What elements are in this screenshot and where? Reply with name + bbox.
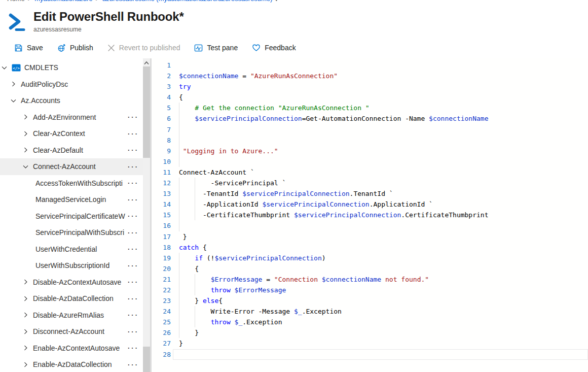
code-content[interactable]: } — [173, 338, 588, 349]
tree-item-clear-azcontext[interactable]: Clear-AzContext··· — [0, 125, 143, 142]
code-content[interactable]: -ServicePrincipal ` — [173, 178, 588, 188]
code-token: = — [238, 72, 250, 80]
ellipsis-menu-button[interactable]: ··· — [127, 328, 143, 335]
ellipsis-menu-button[interactable]: ··· — [127, 278, 143, 286]
code-content[interactable] — [173, 156, 588, 167]
ellipsis-menu-button[interactable]: ··· — [127, 361, 143, 368]
code-content[interactable]: # Get the connection "AzureRunAsConnecti… — [173, 103, 588, 113]
code-content[interactable]: try — [173, 81, 588, 92]
tree-item-accesstokenwithsubscripti[interactable]: AccessTokenWithSubscripti··· — [0, 175, 143, 192]
tree-item-serviceprincipalwithsubscri[interactable]: ServicePrincipalWithSubscri··· — [0, 224, 143, 241]
indent-guide — [179, 210, 179, 220]
tree-item-disconnect-azaccount[interactable]: Disconnect-AzAccount··· — [0, 323, 143, 340]
indent-guide — [195, 188, 195, 199]
code-content[interactable]: "Logging in to Azure..." — [173, 146, 588, 156]
tree-item-label: Connect-AzAccount — [33, 162, 127, 171]
code-content[interactable]: $servicePrincipalConnection=Get-Automati… — [173, 113, 588, 124]
code-content[interactable] — [173, 124, 588, 135]
code-content[interactable] — [173, 349, 588, 360]
ellipsis-menu-button[interactable]: ··· — [127, 311, 143, 319]
chevron-right-icon[interactable] — [10, 81, 17, 88]
breadcrumb-item[interactable]: azuressasresume (myautomationazure/azure… — [102, 0, 272, 3]
ellipsis-menu-button[interactable]: ··· — [127, 163, 143, 171]
indent-guide — [195, 274, 195, 285]
code-content[interactable]: -TenantId $servicePrincipalConnection.Te… — [173, 188, 588, 199]
chevron-down-icon[interactable] — [10, 97, 17, 104]
code-content[interactable]: { — [173, 92, 588, 103]
code-editor[interactable]: 12$connectionName = "AzureRunAsConnectio… — [152, 58, 588, 372]
tree-item-add-azenvironment[interactable]: Add-AzEnvironment··· — [0, 109, 143, 126]
code-content[interactable]: } else{ — [173, 295, 588, 306]
publish-button[interactable]: Publish — [57, 44, 93, 52]
line-number: 11 — [152, 167, 173, 178]
ellipsis-menu-button[interactable]: ··· — [127, 146, 143, 154]
tree-item-disable-azcontextautosave[interactable]: Disable-AzContextAutosave··· — [0, 274, 143, 291]
code-content[interactable]: { — [173, 263, 588, 274]
chevron-right-icon[interactable] — [22, 130, 29, 137]
chevron-down-icon[interactable] — [22, 163, 29, 170]
indent-guide — [179, 327, 179, 338]
scroll-up-button[interactable] — [143, 58, 150, 66]
code-content[interactable]: catch { — [173, 242, 588, 253]
ellipsis-menu-button[interactable]: ··· — [127, 344, 143, 352]
code-content[interactable]: Write-Error -Message $_.Exception — [173, 306, 588, 317]
ellipsis-menu-button[interactable]: ··· — [127, 130, 143, 138]
feedback-button[interactable]: Feedback — [252, 44, 296, 52]
tree-item-az.accounts[interactable]: Az.Accounts — [0, 92, 143, 109]
chevron-right-icon[interactable] — [22, 328, 29, 335]
feedback-icon — [252, 44, 261, 52]
ellipsis-menu-button[interactable]: ··· — [127, 196, 143, 204]
breadcrumb-item[interactable]: myautomationazure — [34, 0, 92, 3]
ellipsis-menu-button[interactable]: ··· — [127, 179, 143, 187]
ellipsis-menu-button[interactable]: ··· — [127, 229, 143, 236]
ellipsis-menu-button[interactable]: ··· — [127, 245, 143, 253]
code-content[interactable]: $ErrorMessage = "Connection $connectionN… — [173, 274, 588, 285]
code-content[interactable]: } — [173, 231, 588, 242]
ellipsis-menu-button[interactable]: ··· — [127, 212, 143, 220]
tree-item-enable-azdatacollection[interactable]: Enable-AzDataCollection··· — [0, 356, 143, 372]
tree-item-label: AccessTokenWithSubscripti — [35, 179, 127, 187]
tree-item-managedservicelogin[interactable]: ManagedServiceLogin··· — [0, 191, 143, 208]
chevron-right-icon[interactable] — [22, 361, 29, 368]
tree-item-disable-azdatacollection[interactable]: Disable-AzDataCollection··· — [0, 290, 143, 307]
code-content[interactable]: -CertificateThumbprint $servicePrincipal… — [173, 210, 588, 220]
scroll-down-button[interactable] — [143, 347, 150, 372]
code-token: } — [179, 297, 203, 305]
scrollbar-thumb[interactable] — [143, 66, 150, 158]
tree-item-disable-azurermalias[interactable]: Disable-AzureRmAlias··· — [0, 307, 143, 324]
code-content[interactable]: Connect-AzAccount ` — [173, 167, 588, 178]
code-content[interactable]: $connectionName = "AzureRunAsConnection" — [173, 71, 588, 81]
tree-item-connect-azaccount[interactable]: Connect-AzAccount··· — [0, 158, 143, 175]
code-content[interactable] — [173, 60, 588, 71]
code-content[interactable] — [173, 135, 588, 146]
code-content[interactable]: throw $_.Exception — [173, 317, 588, 327]
chevron-down-icon[interactable]: ∨ — [272, 0, 278, 2]
code-token: .Exception — [302, 308, 342, 315]
tree-item-clear-azdefault[interactable]: Clear-AzDefault··· — [0, 142, 143, 159]
chevron-right-icon[interactable] — [22, 147, 29, 154]
chevron-right-icon[interactable] — [22, 114, 29, 121]
sidebar-scrollbar[interactable] — [143, 58, 150, 372]
code-content[interactable]: throw $ErrorMessage — [173, 285, 588, 295]
tree-item-cmdlets[interactable]: </>CMDLETS — [0, 59, 143, 76]
tree-item-auditpolicydsc[interactable]: AuditPolicyDsc — [0, 76, 143, 93]
ellipsis-menu-button[interactable]: ··· — [127, 113, 143, 121]
chevron-right-icon[interactable] — [22, 279, 29, 286]
ellipsis-menu-button[interactable]: ··· — [127, 262, 143, 269]
code-content[interactable]: if (!$servicePrincipalConnection) — [173, 253, 588, 263]
tree-item-enable-azcontextautosave[interactable]: Enable-AzContextAutosave··· — [0, 340, 143, 357]
chevron-down-icon[interactable] — [1, 64, 8, 71]
code-content[interactable]: } — [173, 327, 588, 338]
tree-item-userwithcredential[interactable]: UserWithCredential··· — [0, 241, 143, 258]
code-content[interactable] — [173, 220, 588, 231]
tree-item-userwithsubscriptionid[interactable]: UserWithSubscriptionId··· — [0, 257, 143, 274]
ellipsis-menu-button[interactable]: ··· — [127, 295, 143, 302]
chevron-right-icon[interactable] — [22, 345, 29, 352]
save-button[interactable]: Save — [14, 44, 43, 52]
chevron-right-icon[interactable] — [22, 295, 29, 302]
chevron-right-icon[interactable] — [22, 312, 29, 319]
tree-item-serviceprincipalcertificatew[interactable]: ServicePrincipalCertificateW··· — [0, 208, 143, 225]
code-content[interactable]: -ApplicationId $servicePrincipalConnecti… — [173, 199, 588, 210]
code-line-16: 16 — [152, 220, 588, 231]
test-pane-button[interactable]: Test pane — [194, 44, 238, 52]
